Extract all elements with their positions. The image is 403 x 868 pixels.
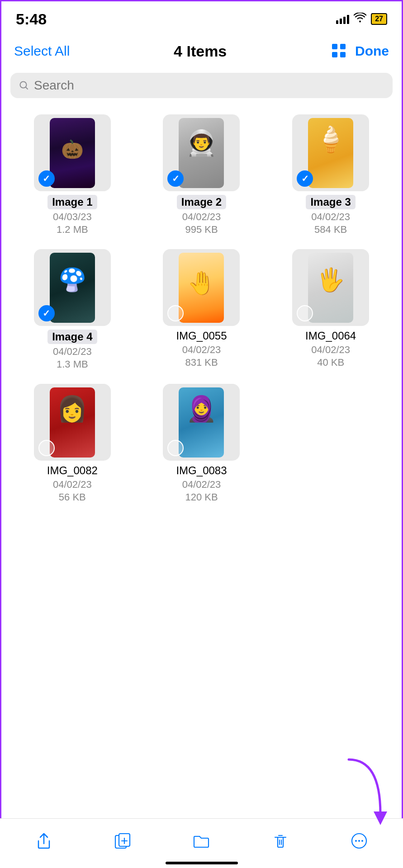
image-thumb-img5 — [163, 249, 240, 326]
image-thumb-img7 — [34, 384, 111, 461]
image-cell-img6[interactable]: IMG_006404/02/2340 KB — [266, 245, 395, 379]
wifi-icon — [354, 13, 366, 25]
image-date-img7: 04/02/23 — [53, 479, 92, 491]
folder-button[interactable] — [188, 827, 215, 854]
image-thumb-img6 — [292, 249, 369, 326]
image-size-img6: 40 KB — [317, 357, 344, 368]
status-bar: 5:48 27 — [1, 1, 402, 33]
status-time: 5:48 — [16, 10, 47, 28]
image-size-img4: 1.3 MB — [57, 359, 88, 370]
image-size-img2: 995 KB — [185, 224, 218, 236]
image-date-img2: 04/02/23 — [182, 211, 221, 223]
home-indicator — [166, 862, 238, 864]
image-name-img4: Image 4 — [47, 330, 97, 344]
svg-rect-3 — [340, 52, 346, 57]
image-name-img7: IMG_0082 — [47, 464, 98, 477]
search-bar — [10, 73, 393, 98]
select-indicator-img1[interactable]: ✓ — [38, 170, 55, 187]
image-cell-img1[interactable]: ✓Image 104/03/231.2 MB — [8, 110, 137, 245]
header-right: Done — [331, 42, 389, 60]
image-cell-img8[interactable]: IMG_008304/02/23120 KB — [137, 379, 266, 512]
image-thumb-img2: ✓ — [163, 114, 240, 191]
image-name-img1: Image 1 — [47, 195, 97, 209]
select-indicator-img4[interactable]: ✓ — [38, 305, 55, 321]
svg-rect-0 — [332, 44, 337, 49]
trash-icon — [270, 831, 290, 851]
select-indicator-img6[interactable] — [297, 305, 313, 321]
image-name-img2: Image 2 — [177, 195, 226, 209]
image-cell-img7[interactable]: IMG_008204/02/2356 KB — [8, 379, 137, 512]
svg-point-8 — [355, 840, 357, 842]
image-date-img8: 04/02/23 — [182, 479, 221, 491]
svg-point-10 — [361, 840, 363, 842]
add-copy-icon — [113, 831, 133, 851]
share-button[interactable] — [30, 827, 57, 854]
select-indicator-img3[interactable]: ✓ — [297, 170, 313, 187]
trash-button[interactable] — [267, 827, 294, 854]
svg-point-9 — [358, 840, 360, 842]
image-size-img5: 831 KB — [185, 357, 218, 368]
image-cell-img2[interactable]: ✓Image 204/02/23995 KB — [137, 110, 266, 245]
svg-rect-1 — [340, 44, 346, 49]
image-name-img6: IMG_0064 — [305, 330, 356, 342]
signal-icon — [336, 14, 349, 24]
image-size-img3: 584 KB — [314, 224, 347, 236]
status-icons: 27 — [336, 13, 387, 25]
image-date-img5: 04/02/23 — [182, 344, 221, 356]
select-all-button[interactable]: Select All — [14, 43, 70, 59]
bottom-toolbar — [0, 818, 403, 868]
share-icon — [34, 831, 54, 851]
done-button[interactable]: Done — [355, 43, 389, 59]
battery-indicator: 27 — [371, 13, 387, 25]
image-thumb-img1: ✓ — [34, 114, 111, 191]
grid-icon — [331, 42, 347, 59]
image-cell-img5[interactable]: IMG_005504/02/23831 KB — [137, 245, 266, 379]
image-name-img5: IMG_0055 — [176, 330, 227, 342]
search-icon — [19, 80, 29, 91]
select-indicator-img7[interactable] — [38, 440, 55, 456]
image-cell-img3[interactable]: ✓Image 304/02/23584 KB — [266, 110, 395, 245]
image-name-img8: IMG_0083 — [176, 464, 227, 477]
images-grid: ✓Image 104/03/231.2 MB✓Image 204/02/2399… — [1, 105, 402, 517]
search-bar-container — [1, 69, 402, 105]
image-thumb-img8 — [163, 384, 240, 461]
purple-arrow-annotation — [340, 755, 394, 827]
image-size-img8: 120 KB — [185, 491, 218, 503]
image-thumb-img4: ✓ — [34, 249, 111, 326]
image-date-img1: 04/03/23 — [53, 211, 92, 223]
svg-rect-2 — [332, 52, 337, 57]
image-date-img3: 04/02/23 — [311, 211, 350, 223]
copy-button[interactable] — [109, 827, 136, 854]
more-icon — [349, 831, 369, 851]
image-date-img4: 04/02/23 — [53, 346, 92, 358]
folder-icon — [191, 831, 211, 851]
header: Select All 4 Items Done — [1, 33, 402, 69]
image-date-img6: 04/02/23 — [311, 344, 350, 356]
image-cell-img4[interactable]: ✓Image 404/02/231.3 MB — [8, 245, 137, 379]
image-size-img7: 56 KB — [59, 491, 86, 503]
more-button[interactable] — [346, 827, 373, 854]
search-input[interactable] — [34, 78, 384, 93]
image-thumb-img3: ✓ — [292, 114, 369, 191]
grid-view-button[interactable] — [331, 42, 347, 60]
image-size-img1: 1.2 MB — [57, 224, 88, 236]
page-title: 4 Items — [174, 42, 227, 60]
image-name-img3: Image 3 — [306, 195, 355, 209]
